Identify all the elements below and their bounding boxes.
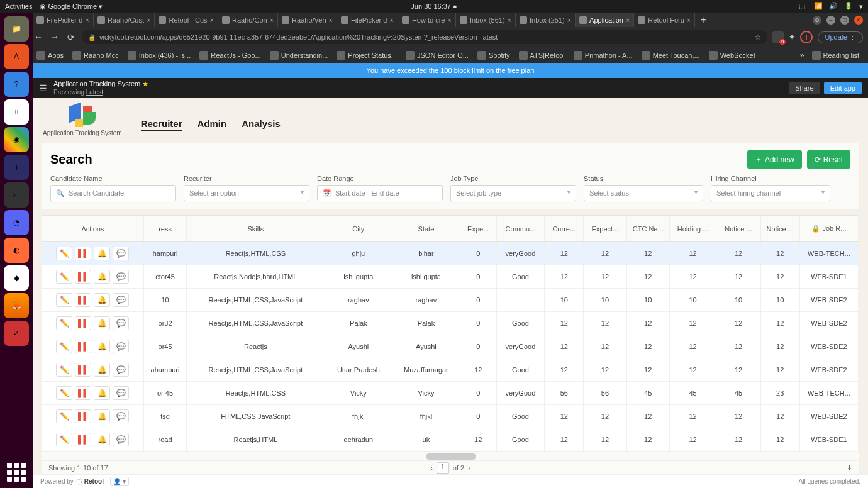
browser-tab[interactable]: Raaho/Cust× bbox=[94, 13, 155, 27]
delete-icon[interactable]: ▌▌ bbox=[75, 433, 91, 446]
dock-software[interactable]: A bbox=[4, 44, 29, 69]
settings-dot-icon[interactable]: ⊙ bbox=[813, 16, 821, 25]
table-row[interactable]: ✏️▌▌🔔💬ctor45Reactjs,Nodejs,bard,HTMLishi… bbox=[42, 265, 859, 289]
bookmark-item[interactable]: Raaho Mcc bbox=[69, 50, 123, 61]
close-tab-icon[interactable]: × bbox=[567, 16, 571, 24]
table-row[interactable]: ✏️▌▌🔔💬ahampuriReactjs,HTML,CSS,JavaScrip… bbox=[42, 358, 859, 382]
close-tab-icon[interactable]: × bbox=[329, 16, 333, 24]
dock-discord[interactable]: ◔ bbox=[4, 210, 29, 235]
comment-icon[interactable]: 💬 bbox=[113, 433, 129, 446]
download-icon[interactable]: ⬇ bbox=[847, 463, 852, 472]
extensions-icon[interactable]: ✦ bbox=[789, 33, 795, 42]
column-header[interactable]: City bbox=[325, 216, 392, 242]
dock-help[interactable]: ? bbox=[4, 72, 29, 97]
user-chip[interactable]: 👤 ▾ bbox=[110, 477, 129, 486]
edit-icon[interactable]: ✏️ bbox=[56, 340, 72, 353]
reading-list-button[interactable]: Reading list bbox=[808, 50, 863, 61]
comment-icon[interactable]: 💬 bbox=[113, 247, 129, 260]
browser-tab[interactable]: How to cre× bbox=[398, 13, 456, 27]
comment-icon[interactable]: 💬 bbox=[113, 409, 129, 423]
minimize-button[interactable]: – bbox=[826, 16, 835, 25]
close-tab-icon[interactable]: × bbox=[447, 16, 451, 24]
browser-tab[interactable]: Application× bbox=[576, 13, 634, 27]
table-row[interactable]: ✏️▌▌🔔💬roadReactjs,HTMLdehradunuk12Good12… bbox=[42, 428, 859, 452]
version-link[interactable]: Latest bbox=[86, 89, 103, 96]
dock-clickup[interactable]: ◆ bbox=[4, 265, 29, 291]
wifi-icon[interactable]: 📶 bbox=[814, 2, 823, 11]
browser-tab[interactable]: Raaho/Con× bbox=[218, 13, 278, 27]
edit-icon[interactable]: ✏️ bbox=[56, 293, 72, 307]
menu-icon[interactable]: ☰ bbox=[39, 83, 47, 93]
table-row[interactable]: ✏️▌▌🔔💬tsdHTML,CSS,JavaScriptfhjklfhjkl0G… bbox=[42, 405, 859, 428]
back-button[interactable]: ← bbox=[33, 32, 44, 42]
column-header[interactable]: Skills bbox=[187, 216, 325, 242]
comment-icon[interactable]: 💬 bbox=[113, 270, 129, 284]
active-app[interactable]: ◉ Google Chrome ▾ bbox=[40, 3, 103, 11]
dock-postman[interactable]: ◐ bbox=[4, 238, 29, 263]
column-header[interactable]: Holding ... bbox=[669, 216, 716, 242]
notify-icon[interactable]: 🔔 bbox=[94, 386, 110, 400]
system-menu-chevron[interactable]: ▾ bbox=[859, 3, 863, 11]
prev-page-button[interactable]: ‹ bbox=[430, 464, 433, 472]
address-bar[interactable]: 🔒 vickytool.retool.com/apps/d6521920-9b9… bbox=[82, 30, 767, 44]
dock-terminal[interactable]: ›_ bbox=[4, 182, 29, 208]
column-header[interactable]: 🔒 Job R... bbox=[799, 216, 858, 242]
next-page-button[interactable]: › bbox=[468, 464, 470, 472]
close-tab-icon[interactable]: × bbox=[389, 16, 393, 24]
edit-app-button[interactable]: Edit app bbox=[824, 82, 862, 94]
column-header[interactable]: Commu... bbox=[496, 216, 545, 242]
column-header[interactable]: Curre... bbox=[545, 216, 584, 242]
browser-tab[interactable]: FilePicker d× bbox=[33, 13, 94, 27]
column-header[interactable]: Notice ... bbox=[760, 216, 799, 242]
column-header[interactable]: Actions bbox=[42, 216, 143, 242]
edit-icon[interactable]: ✏️ bbox=[56, 270, 72, 284]
tab-admin[interactable]: Admin bbox=[197, 118, 226, 131]
bookmark-item[interactable]: Primathon - A... bbox=[570, 50, 637, 61]
maximize-button[interactable]: □ bbox=[840, 16, 849, 25]
browser-tab[interactable]: Inbox (561)× bbox=[456, 13, 516, 27]
forward-button[interactable]: → bbox=[49, 32, 60, 42]
close-tab-icon[interactable]: × bbox=[270, 16, 274, 24]
extension-icon[interactable]: 9 bbox=[772, 31, 784, 43]
star-icon[interactable]: ☆ bbox=[755, 33, 761, 42]
new-tab-button[interactable]: + bbox=[695, 14, 711, 26]
profile-avatar[interactable]: I bbox=[800, 31, 813, 43]
table-row[interactable]: ✏️▌▌🔔💬10Reactjs,HTML,CSS,JavaScriptragha… bbox=[42, 289, 859, 312]
share-button[interactable]: Share bbox=[789, 82, 820, 94]
bookmark-item[interactable]: Meet Toucan,... bbox=[638, 50, 704, 61]
tab-recruiter[interactable]: Recruiter bbox=[141, 118, 182, 131]
status-select[interactable]: Select status bbox=[584, 185, 703, 201]
page-input[interactable]: 1 bbox=[437, 462, 449, 474]
candidate-name-input[interactable]: 🔍 Search Candidate bbox=[50, 185, 176, 201]
browser-tab[interactable]: FilePicker d× bbox=[337, 13, 398, 27]
column-header[interactable]: ress bbox=[143, 216, 186, 242]
browser-tab[interactable]: Retool Foru× bbox=[634, 13, 695, 27]
hiring-channel-select[interactable]: Select hiring channel bbox=[711, 185, 830, 201]
clock[interactable]: Jun 30 16:37 ● bbox=[411, 3, 457, 10]
close-tab-icon[interactable]: × bbox=[210, 16, 214, 24]
notify-icon[interactable]: 🔔 bbox=[94, 363, 110, 377]
delete-icon[interactable]: ▌▌ bbox=[75, 409, 91, 423]
bookmark-item[interactable]: Project Status... bbox=[333, 50, 401, 61]
date-range-input[interactable]: 📅 Start date - End date bbox=[317, 185, 443, 201]
table-row[interactable]: ✏️▌▌🔔💬hampuriReactjs,HTML,CSSghjubihar0v… bbox=[42, 242, 859, 265]
delete-icon[interactable]: ▌▌ bbox=[75, 316, 91, 330]
bookmark-item[interactable]: Understandin... bbox=[266, 50, 332, 61]
dock-chrome[interactable]: ◉ bbox=[4, 127, 29, 152]
column-header[interactable]: Expe... bbox=[460, 216, 496, 242]
bookmark-item[interactable]: Apps bbox=[33, 50, 67, 61]
favorite-star-icon[interactable]: ★ bbox=[142, 80, 148, 87]
bookmarks-overflow[interactable]: » bbox=[796, 51, 808, 60]
reload-button[interactable]: ⟳ bbox=[65, 32, 77, 42]
bookmark-item[interactable]: ATS|Retool bbox=[515, 50, 569, 61]
reset-button[interactable]: ⟳Reset bbox=[807, 150, 850, 169]
browser-tab[interactable]: Inbox (251)× bbox=[516, 13, 576, 27]
close-tab-icon[interactable]: × bbox=[626, 16, 630, 24]
delete-icon[interactable]: ▌▌ bbox=[75, 340, 91, 353]
dock-files[interactable]: 📁 bbox=[4, 16, 29, 42]
comment-icon[interactable]: 💬 bbox=[113, 386, 129, 400]
table-row[interactable]: ✏️▌▌🔔💬or45ReactjsAyushiAyushi0veryGood12… bbox=[42, 335, 859, 358]
notify-icon[interactable]: 🔔 bbox=[94, 316, 110, 330]
column-header[interactable]: Expect... bbox=[584, 216, 626, 242]
close-window-button[interactable]: ✕ bbox=[854, 16, 863, 25]
